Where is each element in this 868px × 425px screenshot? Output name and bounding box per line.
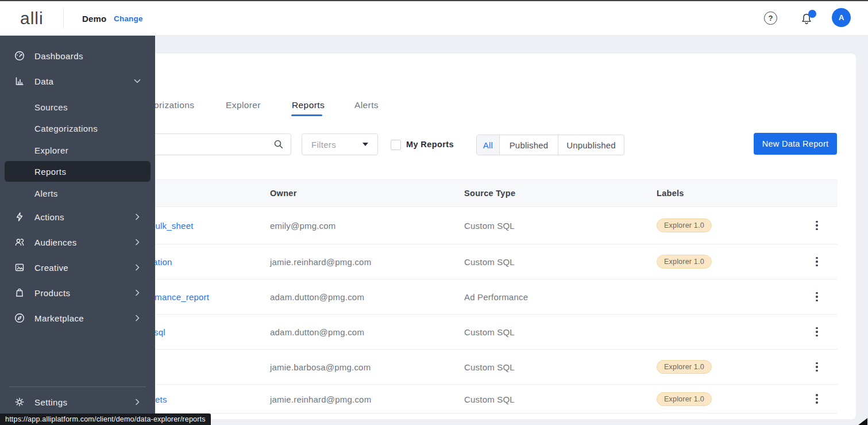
sidebar-item-label: Marketplace	[34, 313, 84, 323]
report-name-link[interactable]: sql	[154, 327, 165, 337]
app-window: alli Demo Change ? A orizations Explorer…	[0, 0, 868, 425]
sidebar-item-sources[interactable]: Sources	[0, 97, 155, 117]
sidebar-item-label: Products	[34, 288, 70, 298]
help-glyph: ?	[769, 14, 773, 22]
gear-icon	[14, 396, 25, 408]
table-row: jamie.barbosa@pmg.com Custom SQL Explore…	[36, 350, 838, 385]
segment-all[interactable]: All	[477, 135, 500, 155]
sidebar-item-dashboards[interactable]: Dashboards	[0, 45, 155, 66]
row-menu-icon[interactable]	[810, 217, 824, 234]
search-icon	[273, 139, 284, 150]
sidebar-item-label: Reports	[34, 167, 66, 177]
sidebar-item-reports[interactable]: Reports	[5, 161, 151, 182]
active-tab-underline	[291, 114, 322, 116]
my-reports-checkbox[interactable]	[391, 140, 401, 150]
sidebar-item-alerts[interactable]: Alerts	[0, 183, 155, 204]
caret-down-icon	[362, 143, 368, 146]
sidebar-item-label: Audiences	[34, 238, 77, 247]
tab-categorizations[interactable]: orizations	[154, 98, 194, 112]
chevron-right-icon	[132, 237, 142, 247]
sidebar-item-label: Creative	[34, 263, 68, 273]
filters-dropdown[interactable]: Filters	[302, 133, 378, 155]
column-labels: Labels	[657, 189, 684, 198]
report-owner: adam.dutton@pmg.com	[270, 327, 364, 337]
tab-explorer[interactable]: Explorer	[226, 98, 261, 112]
user-avatar[interactable]: A	[832, 8, 851, 27]
chevron-down-icon	[132, 76, 142, 86]
report-source-type: Custom SQL	[464, 257, 515, 267]
report-owner: jamie.reinhard@pmg.com	[270, 394, 371, 404]
sidebar-item-actions[interactable]: Actions	[0, 206, 155, 227]
segment-published[interactable]: Published	[500, 135, 558, 155]
change-client-link[interactable]: Change	[114, 1, 143, 36]
report-name-link[interactable]: rmance_report	[152, 292, 209, 302]
report-name-link[interactable]: bulk_sheet	[151, 221, 194, 231]
row-menu-icon[interactable]	[810, 288, 824, 305]
chevron-right-icon	[132, 288, 142, 298]
avatar-initial: A	[839, 13, 844, 22]
window-top-edge	[0, 0, 868, 1]
gauge-icon	[14, 50, 25, 62]
filters-label: Filters	[311, 140, 336, 150]
tab-alerts[interactable]: Alerts	[354, 98, 379, 112]
header-divider	[63, 9, 64, 28]
publish-filter-segmented: All Published Unpublished	[476, 135, 624, 155]
report-source-type: Custom SQL	[464, 221, 515, 231]
sidebar-item-settings[interactable]: Settings	[0, 392, 155, 412]
report-owner: jamie.reinhard@pmg.com	[270, 257, 371, 267]
sidebar-item-audiences[interactable]: Audiences	[0, 232, 155, 252]
report-source-type: Custom SQL	[464, 394, 515, 404]
table-header: Owner Source Type Labels	[36, 179, 838, 207]
report-name-link[interactable]: ets	[155, 394, 167, 404]
sidebar-item-products[interactable]: Products	[0, 282, 155, 303]
table-row: rmance_report adam.dutton@pmg.com Ad Per…	[36, 279, 838, 315]
mouse-cursor	[858, 418, 867, 425]
client-name: Demo	[82, 1, 106, 36]
sidebar-item-marketplace[interactable]: Marketplace	[0, 308, 155, 328]
chevron-right-icon	[132, 212, 142, 222]
row-menu-icon[interactable]	[810, 358, 824, 376]
table-row: ets jamie.reinhard@pmg.com Custom SQL Ex…	[36, 385, 838, 413]
sidebar-item-data[interactable]: Data	[0, 71, 155, 91]
chevron-right-icon	[132, 397, 142, 407]
column-owner: Owner	[270, 189, 297, 198]
top-header: alli Demo Change ? A	[0, 1, 868, 36]
report-source-type: Ad Performance	[464, 292, 528, 302]
image-icon	[14, 262, 25, 273]
sidebar-item-label: Data	[34, 76, 53, 86]
report-source-type: Custom SQL	[464, 327, 515, 337]
report-owner: jamie.barbosa@pmg.com	[270, 362, 371, 372]
report-owner: adam.dutton@pmg.com	[270, 292, 364, 302]
table-row: ation jamie.reinhard@pmg.com Custom SQL …	[36, 244, 838, 279]
sidebar-item-label: Actions	[34, 212, 64, 222]
table-row: sql adam.dutton@pmg.com Custom SQL	[36, 315, 838, 350]
segment-unpublished[interactable]: Unpublished	[558, 135, 624, 155]
new-data-report-button[interactable]: New Data Report	[754, 133, 837, 155]
sidebar-item-creative[interactable]: Creative	[0, 257, 155, 278]
report-owner: emily@pmg.com	[270, 221, 336, 231]
label-badge: Explorer 1.0	[657, 392, 712, 406]
row-menu-icon[interactable]	[810, 323, 824, 340]
row-menu-icon[interactable]	[810, 253, 824, 270]
row-menu-icon[interactable]	[810, 390, 824, 408]
label-badge: Explorer 1.0	[657, 255, 712, 269]
label-badge: Explorer 1.0	[657, 360, 712, 374]
sidebar-item-label: Dashboards	[34, 51, 83, 61]
sidebar-item-categorizations[interactable]: Categorizations	[0, 118, 155, 139]
report-name-link[interactable]: ation	[153, 257, 172, 267]
tab-reports[interactable]: Reports	[292, 98, 325, 112]
notification-dot	[808, 10, 816, 18]
help-icon[interactable]: ?	[764, 12, 777, 25]
sidebar-item-label: Explorer	[34, 146, 68, 155]
sidebar-item-explorer[interactable]: Explorer	[0, 140, 155, 160]
my-reports-label[interactable]: My Reports	[406, 133, 454, 155]
bag-icon	[14, 287, 25, 298]
sidebar-item-label: Alerts	[34, 189, 58, 198]
sidebar-item-label: Sources	[34, 102, 68, 112]
alli-logo[interactable]: alli	[20, 1, 44, 36]
label-badge: Explorer 1.0	[657, 219, 712, 232]
sidebar-item-label: Categorizations	[34, 124, 98, 133]
table-row: bulk_sheet emily@pmg.com Custom SQL Expl…	[36, 207, 838, 244]
people-icon	[14, 236, 25, 248]
chevron-right-icon	[132, 313, 142, 323]
